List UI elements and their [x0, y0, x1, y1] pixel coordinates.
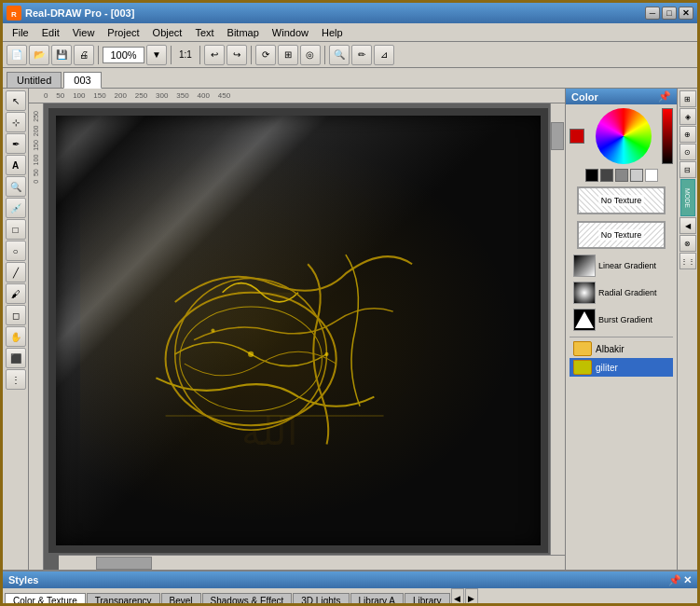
far-tool-3[interactable]: ⊕: [679, 126, 696, 143]
warp-tool[interactable]: ⋮: [6, 369, 26, 390]
svg-point-7: [324, 352, 328, 356]
menu-help[interactable]: Help: [316, 25, 349, 40]
no-texture-label-1: No Texture: [598, 195, 644, 206]
open-button[interactable]: 📂: [29, 45, 49, 65]
scroll-thumb-h[interactable]: [96, 557, 152, 570]
select-tool[interactable]: ↖: [6, 90, 26, 111]
calligraphy-glow: الله: [80, 137, 516, 524]
tab-3d-lights[interactable]: 3D Lights: [293, 593, 349, 606]
scroll-v[interactable]: [550, 103, 565, 555]
menu-edit[interactable]: Edit: [36, 25, 65, 40]
menu-bitmap[interactable]: Bitmap: [222, 25, 265, 40]
canvas-content[interactable]: الله: [44, 103, 565, 570]
flip-button[interactable]: ⊞: [278, 45, 298, 65]
rect-tool[interactable]: □: [6, 219, 26, 240]
hand-tool[interactable]: ✋: [6, 326, 26, 347]
color-panel-pin[interactable]: 📌: [658, 90, 671, 103]
linear-gradient-thumb[interactable]: [573, 255, 596, 277]
menu-bar: File Edit View Project Object Text Bitma…: [3, 23, 697, 42]
eraser-tool[interactable]: ◻: [6, 305, 26, 325]
tab-shadows-effect[interactable]: Shadows & Effect: [202, 593, 293, 606]
eyedropper-button[interactable]: 🔍: [329, 45, 350, 65]
swatch-gray[interactable]: [615, 169, 628, 182]
tab-bevel[interactable]: Bevel: [161, 593, 201, 606]
rotate-button[interactable]: ⟳: [255, 45, 276, 65]
swatch-black[interactable]: [585, 169, 598, 182]
far-tool-4[interactable]: ⊙: [679, 144, 696, 160]
scroll-thumb-v[interactable]: [551, 122, 564, 150]
save-button[interactable]: 💾: [51, 45, 72, 65]
menu-text[interactable]: Text: [189, 25, 219, 40]
swatch-lightgray[interactable]: [630, 169, 643, 182]
tab-library[interactable]: Library: [405, 593, 450, 606]
ruler-left: 0 50 100 150 200 250: [29, 103, 44, 570]
menu-window[interactable]: Window: [267, 25, 314, 40]
tool2[interactable]: ⊿: [374, 45, 394, 65]
zoom-input[interactable]: [103, 47, 144, 63]
library-item-albakir[interactable]: Albakir: [570, 339, 673, 358]
title-bar: R Real-DRAW Pro - [003] ─ □ ✕: [3, 3, 697, 23]
redo-button[interactable]: ↪: [226, 45, 247, 65]
close-button[interactable]: ✕: [679, 7, 693, 20]
far-tool-6[interactable]: ◀: [679, 217, 696, 234]
node-tool[interactable]: ⊹: [6, 112, 26, 132]
swatch-white[interactable]: [645, 169, 658, 182]
main-layout: ↖ ⊹ ✒ A 🔍 💉 □ ○ ╱ 🖌 ◻ ✋ ⬛ ⋮ 0 50 100 150…: [3, 89, 697, 570]
fill-tool[interactable]: ⬛: [6, 348, 26, 368]
styles-pin[interactable]: 📌: [668, 574, 681, 586]
library-item-giliter[interactable]: giliter: [570, 358, 673, 377]
zoom-tool[interactable]: 🔍: [6, 176, 26, 197]
eyedrop-tool[interactable]: 💉: [6, 198, 26, 218]
sep3: [199, 46, 200, 64]
color-sliders: [662, 108, 673, 164]
swatch-darkgray[interactable]: [600, 169, 613, 182]
line-tool[interactable]: ╱: [6, 262, 26, 282]
tab-untitled[interactable]: Untitled: [7, 72, 62, 88]
canvas-image: الله: [48, 108, 548, 553]
burst-gradient-thumb[interactable]: [573, 309, 596, 331]
maximize-button[interactable]: □: [662, 7, 677, 20]
text-tool[interactable]: A: [6, 155, 26, 175]
pen-tool[interactable]: ✒: [6, 133, 26, 154]
no-texture-label-2: No Texture: [598, 229, 644, 241]
sep4: [251, 46, 252, 64]
far-tool-5[interactable]: ⊟: [679, 161, 696, 178]
new-button[interactable]: 📄: [7, 45, 27, 65]
folder-icon-giliter: [573, 360, 592, 375]
tab-library-a[interactable]: Library A: [350, 593, 404, 606]
brush-tool[interactable]: 🖌: [6, 283, 26, 304]
scroll-h[interactable]: [59, 555, 565, 570]
texture-box-2[interactable]: No Texture: [577, 221, 666, 249]
tool1[interactable]: ✏: [351, 45, 372, 65]
tab-transparency[interactable]: Transparency: [87, 593, 160, 606]
menu-project[interactable]: Project: [102, 25, 144, 40]
zoom-dropdown[interactable]: ▼: [146, 45, 167, 65]
menu-object[interactable]: Object: [147, 25, 188, 40]
color-wheel-area: No Texture No Texture Linear Gradient Ra…: [566, 104, 677, 382]
far-tool-1[interactable]: ⊞: [679, 90, 696, 107]
brightness-slider[interactable]: [662, 108, 673, 164]
svg-point-6: [248, 351, 254, 357]
circle-tool[interactable]: ○: [6, 241, 26, 261]
menu-view[interactable]: View: [67, 25, 101, 40]
sep5: [324, 46, 325, 64]
menu-file[interactable]: File: [7, 25, 34, 40]
undo-button[interactable]: ↩: [204, 45, 225, 65]
tabs-scroll-right[interactable]: ▶: [465, 588, 478, 606]
texture-box-1[interactable]: No Texture: [577, 186, 666, 214]
svg-text:الله: الله: [241, 411, 297, 453]
color-wheel[interactable]: [596, 108, 652, 164]
far-tool-2[interactable]: ◈: [679, 108, 696, 125]
tab-color-texture[interactable]: Color & Texture: [5, 593, 86, 606]
target-button[interactable]: ◎: [300, 45, 321, 65]
radial-gradient-label: Radial Gradient: [598, 288, 657, 297]
far-tool-7[interactable]: ⊗: [679, 235, 696, 252]
foreground-color[interactable]: [570, 129, 584, 144]
tab-003[interactable]: 003: [63, 72, 101, 89]
minimize-button[interactable]: ─: [645, 7, 660, 20]
far-tool-8[interactable]: ⋮⋮: [679, 253, 696, 269]
print-button[interactable]: 🖨: [74, 45, 94, 65]
styles-close[interactable]: ✕: [683, 574, 692, 586]
radial-gradient-thumb[interactable]: [573, 282, 596, 304]
tabs-scroll-left[interactable]: ◀: [451, 588, 464, 606]
